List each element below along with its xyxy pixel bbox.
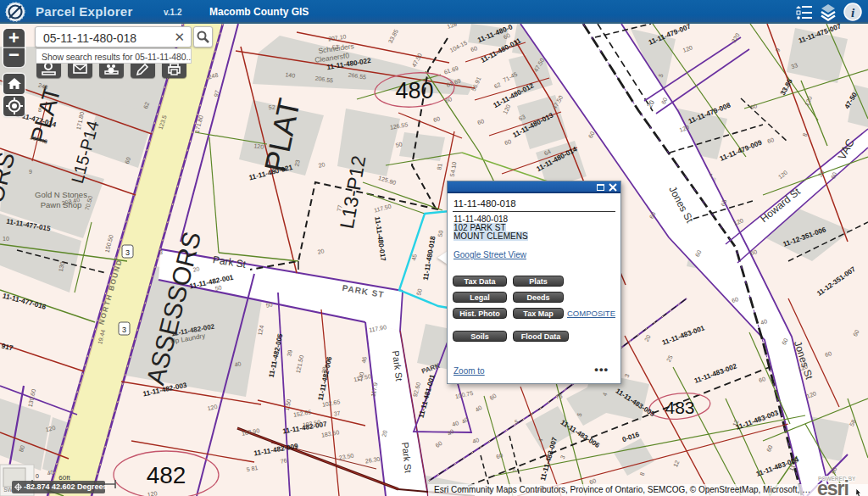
svg-text:37: 37	[333, 410, 341, 416]
svg-text:46: 46	[360, 356, 367, 364]
svg-text:esri: esri	[817, 477, 849, 496]
svg-text:52: 52	[269, 104, 275, 111]
svg-text:77: 77	[336, 204, 342, 212]
svg-text:483: 483	[665, 398, 694, 417]
svg-text:8: 8	[38, 107, 42, 113]
svg-text:3: 3	[122, 326, 126, 334]
svg-text:3: 3	[159, 249, 163, 255]
svg-text:480: 480	[395, 78, 433, 103]
svg-text:9: 9	[29, 169, 32, 175]
svg-text:10: 10	[3, 236, 9, 242]
svg-text:53: 53	[331, 44, 339, 51]
svg-text:3: 3	[125, 248, 130, 257]
svg-text:482: 482	[147, 462, 186, 488]
svg-text:76: 76	[555, 393, 563, 399]
svg-text:50: 50	[395, 141, 403, 148]
svg-text:50: 50	[214, 284, 222, 291]
svg-text:120: 120	[147, 490, 158, 496]
svg-text:76: 76	[280, 457, 287, 464]
svg-text:0: 0	[36, 473, 39, 479]
svg-text:81: 81	[436, 163, 442, 170]
svg-text:50: 50	[265, 301, 273, 308]
svg-text:Gold N Stones: Gold N Stones	[35, 190, 87, 199]
svg-text:45: 45	[410, 254, 417, 261]
svg-text:50: 50	[437, 230, 443, 237]
